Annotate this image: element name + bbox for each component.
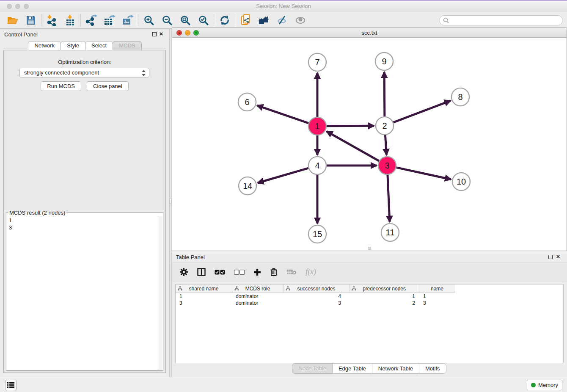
table-cell[interactable]: 3 <box>284 300 350 306</box>
export-network-icon <box>85 14 97 26</box>
mcds-result-list: 1 3 <box>9 217 12 231</box>
graph-node-3[interactable]: 3 <box>378 157 396 174</box>
memory-status-icon <box>531 383 536 387</box>
open-folder-icon <box>7 15 18 25</box>
unselect-all-columns-button[interactable] <box>234 267 245 277</box>
graph-node-11[interactable]: 11 <box>381 224 399 241</box>
zoom-in-button[interactable] <box>140 13 158 28</box>
search-box <box>439 15 563 25</box>
column-header-mcds-role[interactable]: MCDS role <box>232 284 284 293</box>
network-canvas[interactable]: 1234678910111415 <box>172 38 567 251</box>
result-scrollbar[interactable] <box>158 216 162 370</box>
tab-edge-table[interactable]: Edge Table <box>332 363 372 374</box>
network-window-title: scc.txt <box>172 30 567 36</box>
hide-panels-button[interactable] <box>273 13 291 28</box>
zoom-out-button[interactable] <box>158 13 176 28</box>
task-history-button[interactable] <box>5 380 17 390</box>
zoom-selected-icon <box>198 15 209 26</box>
tab-network[interactable]: Network <box>28 41 61 50</box>
optimization-criterion-select[interactable]: strongly connected component <box>19 68 149 77</box>
import-network-button[interactable] <box>43 13 61 28</box>
column-header-predecessor-nodes[interactable]: predecessor nodes <box>350 284 419 293</box>
show-all-networks-button[interactable] <box>255 13 273 28</box>
table-settings-button[interactable] <box>179 267 188 277</box>
graph-node-8[interactable]: 8 <box>451 88 469 106</box>
tab-network-table[interactable]: Network Table <box>372 363 419 374</box>
table-cell[interactable]: 3 <box>176 300 232 306</box>
memory-button[interactable]: Memory <box>527 380 562 390</box>
delete-column-button[interactable] <box>270 267 278 277</box>
table-cell[interactable]: 2 <box>350 300 419 306</box>
column-header-name[interactable]: name <box>419 284 455 293</box>
table-cell[interactable]: 1 <box>176 293 232 300</box>
graph-edge-3-10[interactable] <box>396 168 451 179</box>
graph-node-7[interactable]: 7 <box>308 53 326 71</box>
show-column-button[interactable] <box>197 267 206 277</box>
table-cell[interactable]: 1 <box>350 293 419 300</box>
export-image-button[interactable] <box>118 13 137 28</box>
network-view-window: scc.txt 1234678910111415 <box>172 28 567 251</box>
table-row[interactable]: 3dominator323 <box>176 300 563 306</box>
close-panel-button[interactable] <box>158 30 164 37</box>
table-cell[interactable]: dominator <box>232 300 284 306</box>
graph-node-label: 9 <box>382 57 386 66</box>
graph-node-6[interactable]: 6 <box>238 93 256 111</box>
graph-edge-2-3[interactable] <box>385 135 386 155</box>
delete-table-button[interactable] <box>286 267 297 277</box>
export-network-button[interactable] <box>82 13 100 28</box>
tab-style[interactable]: Style <box>61 41 85 50</box>
close-panel-button-mcds[interactable]: Close panel <box>87 81 129 91</box>
table-cell[interactable]: 4 <box>284 293 350 300</box>
graph-edge-3-11[interactable] <box>388 175 390 222</box>
column-label: successor nodes <box>297 286 335 292</box>
tab-node-table[interactable]: Node Table <box>292 363 333 374</box>
zoom-selected-button[interactable] <box>194 13 212 28</box>
graph-node-9[interactable]: 9 <box>375 52 393 70</box>
table-panel-title: Table Panel <box>176 254 205 260</box>
column-label: name <box>431 286 443 292</box>
toolbar-separator <box>235 14 235 26</box>
graph-node-1[interactable]: 1 <box>308 117 326 135</box>
open-session-button[interactable] <box>3 13 22 28</box>
splitter-grip[interactable] <box>170 198 171 204</box>
graph-node-4[interactable]: 4 <box>308 157 326 174</box>
graph-edge-2-9[interactable] <box>384 72 385 116</box>
graph-node-label: 8 <box>458 92 462 102</box>
graph-edge-4-14[interactable] <box>258 168 308 183</box>
tab-motifs[interactable]: Motifs <box>419 363 446 374</box>
table-cell[interactable]: 3 <box>419 300 455 306</box>
table-cell[interactable]: 1 <box>419 293 455 300</box>
column-header-shared-name[interactable]: shared name <box>176 284 232 293</box>
import-table-button[interactable] <box>61 13 79 28</box>
canvas-resize-grip[interactable] <box>368 247 371 250</box>
table-cell[interactable]: dominator <box>232 293 284 300</box>
select-all-columns-button[interactable] <box>215 267 225 277</box>
run-mcds-button[interactable]: Run MCDS <box>41 81 81 91</box>
show-graphics-details-button[interactable] <box>291 13 309 28</box>
graph-edge-2-8[interactable] <box>394 101 451 122</box>
table-float-button[interactable] <box>548 255 553 259</box>
table-close-button[interactable] <box>555 253 561 260</box>
graph-node-10[interactable]: 10 <box>452 173 470 190</box>
column-header-successor-nodes[interactable]: successor nodes <box>284 284 350 293</box>
graph-edge-3-1[interactable] <box>327 131 379 161</box>
apply-layout-button[interactable] <box>215 13 234 28</box>
graph-node-15[interactable]: 15 <box>308 225 326 243</box>
tab-select[interactable]: Select <box>85 41 113 50</box>
float-panel-button[interactable] <box>152 32 157 36</box>
function-builder-button[interactable]: f(x) <box>306 267 316 277</box>
save-session-button[interactable] <box>22 13 40 28</box>
export-table-button[interactable] <box>100 13 118 28</box>
column-label: shared name <box>189 286 218 292</box>
zoom-fit-button[interactable] <box>176 13 194 28</box>
graph-edge-1-6[interactable] <box>257 105 309 123</box>
create-column-button[interactable] <box>253 267 261 277</box>
graph-edge-1-2[interactable] <box>327 126 374 126</box>
graph-node-label: 11 <box>386 228 395 237</box>
table-row[interactable]: 1dominator411 <box>176 293 563 300</box>
duplicate-network-button[interactable] <box>237 13 255 28</box>
tab-mcds[interactable]: MCDS <box>113 41 141 50</box>
search-input[interactable] <box>451 17 562 24</box>
graph-node-2[interactable]: 2 <box>376 117 394 135</box>
graph-node-14[interactable]: 14 <box>239 177 256 195</box>
